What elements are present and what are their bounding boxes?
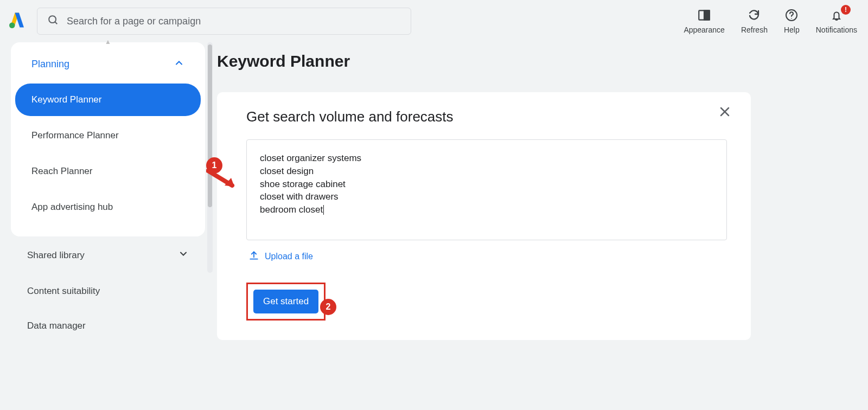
help-button[interactable]: Help — [784, 8, 800, 34]
google-ads-logo — [8, 10, 27, 32]
sidebar-group-content-suitability[interactable]: Content suitability — [11, 274, 205, 309]
help-label: Help — [784, 25, 800, 34]
sidebar-item-reach-planner[interactable]: Reach Planner — [15, 155, 201, 188]
top-bar: Appearance Refresh Help — [0, 0, 868, 42]
svg-point-1 — [49, 16, 56, 23]
close-icon — [718, 111, 731, 120]
refresh-button[interactable]: Refresh — [741, 8, 768, 34]
help-icon — [785, 8, 798, 22]
search-icon — [47, 14, 59, 28]
sidebar-group-shared-library[interactable]: Shared library — [11, 236, 205, 274]
svg-point-6 — [792, 18, 793, 19]
close-button[interactable] — [718, 105, 731, 120]
keywords-textarea[interactable]: closet organizer systems closet design s… — [246, 139, 727, 240]
upload-icon — [248, 250, 259, 263]
sidebar-group-data-manager[interactable]: Data manager — [11, 309, 205, 335]
notification-badge: ! — [841, 5, 851, 15]
top-actions: Appearance Refresh Help — [684, 8, 857, 34]
search-input[interactable] — [67, 16, 401, 27]
sidebar-item-app-advertising-hub[interactable]: App advertising hub — [15, 191, 201, 223]
annotation-highlight-box: Get started — [246, 283, 326, 321]
annotation-callout-2: 2 — [320, 299, 336, 315]
appearance-icon — [697, 8, 711, 22]
refresh-icon — [748, 8, 761, 22]
chevron-down-icon — [178, 248, 189, 262]
search-box[interactable] — [37, 8, 411, 35]
upload-label: Upload a file — [265, 252, 313, 261]
chevron-up-icon — [174, 57, 184, 71]
svg-rect-4 — [704, 10, 710, 20]
refresh-label: Refresh — [741, 25, 768, 34]
appearance-label: Appearance — [684, 25, 725, 34]
search-volume-card: Get search volume and forecasts 1 closet… — [217, 92, 751, 340]
notifications-button[interactable]: ! Notifications — [816, 8, 857, 34]
sidebar-section-planning[interactable]: Planning — [15, 52, 201, 80]
svg-point-0 — [9, 23, 15, 29]
sidebar-item-keyword-planner[interactable]: Keyword Planner — [15, 84, 201, 116]
appearance-button[interactable]: Appearance — [684, 8, 725, 34]
sidebar: ▲ Planning Keyword Planner Performance P… — [11, 42, 205, 335]
keywords-text: closet organizer systems closet design s… — [260, 153, 361, 215]
svg-line-2 — [55, 22, 57, 24]
annotation-callout-1: 1 — [206, 157, 222, 174]
main-content: Keyword Planner Get search volume and fo… — [217, 42, 857, 340]
text-cursor — [323, 205, 324, 215]
card-title: Get search volume and forecasts — [246, 108, 727, 125]
notifications-label: Notifications — [816, 25, 857, 34]
get-started-button[interactable]: Get started — [253, 290, 318, 313]
sidebar-collapse-arrow-icon[interactable]: ▲ — [105, 38, 111, 46]
sidebar-section-label: Planning — [31, 59, 69, 70]
upload-file-link[interactable]: Upload a file — [246, 250, 727, 263]
sidebar-item-performance-planner[interactable]: Performance Planner — [15, 119, 201, 152]
page-title: Keyword Planner — [217, 52, 857, 71]
